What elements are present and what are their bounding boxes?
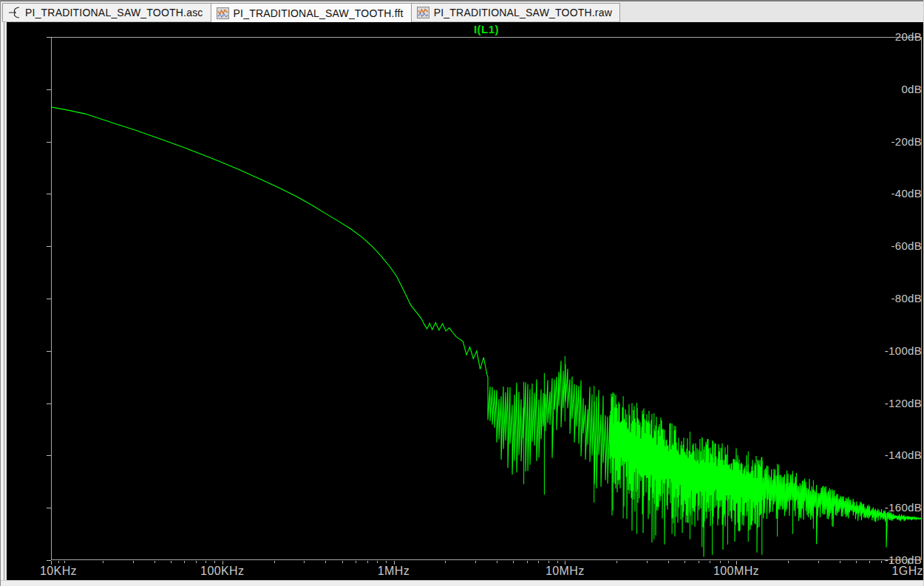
y-axis-tick-label: -40dB [880, 187, 922, 200]
y-axis-tick-label: -140dB [880, 449, 922, 461]
x-axis-minor-tick [856, 561, 857, 563]
tab-label: PI_TRADITIONAL_SAW_TOOTH.fft [234, 7, 404, 19]
x-axis-minor-tick [304, 561, 305, 563]
y-axis-tick-mark [47, 455, 51, 456]
x-axis-tick-label: 100MHz [713, 565, 759, 578]
x-axis-minor-tick [616, 561, 617, 563]
x-axis-minor-tick [647, 561, 648, 563]
trace-name-label[interactable]: I(L1) [474, 23, 499, 35]
x-axis-minor-tick [475, 561, 476, 563]
window-left-border [1, 22, 7, 586]
x-axis-minor-tick [900, 561, 900, 563]
x-axis-minor-tick [538, 561, 539, 563]
x-axis-minor-tick [356, 561, 356, 563]
x-axis-minor-tick [728, 561, 729, 563]
x-axis-minor-tick [840, 561, 840, 563]
x-axis-tick-label: 1GHz [892, 565, 924, 578]
y-axis-tick-mark [47, 351, 51, 352]
waveform-icon [217, 7, 229, 19]
tab-schematic-asc[interactable]: PI_TRADITIONAL_SAW_TOOTH.asc [2, 3, 211, 22]
x-axis-minor-tick [367, 561, 368, 563]
y-axis-tick-label: -100dB [880, 344, 922, 357]
y-axis-tick-mark [47, 299, 51, 299]
x-axis-minor-tick [58, 561, 59, 563]
x-axis-tick-label: 100KHz [200, 565, 244, 578]
y-axis-tick-mark [47, 194, 51, 194]
x-axis-minor-tick [720, 561, 721, 563]
x-axis-minor-tick [445, 561, 446, 563]
x-axis-minor-tick [133, 561, 134, 563]
trace-line-IL1 [51, 107, 922, 557]
ltspice-window: PI_TRADITIONAL_SAW_TOOTH.asc PI_TRADITIO… [0, 0, 924, 586]
x-axis-minor-tick [788, 561, 789, 563]
x-axis-minor-tick [154, 561, 155, 563]
tab-fft-plot[interactable]: PI_TRADITIONAL_SAW_TOOTH.fft [211, 3, 412, 24]
y-axis-tick-label: -20dB [880, 135, 922, 148]
x-axis-minor-tick [869, 561, 870, 563]
window-bottom-border [1, 580, 923, 586]
y-axis-tick-label: 20dB [880, 30, 922, 43]
x-axis-minor-tick [205, 561, 206, 563]
x-axis-minor-tick [548, 561, 549, 563]
waveform-plot-pane[interactable]: I(L1) 20dB0dB-20dB-40dB-60dB-80dB-100dB-… [7, 22, 924, 580]
x-axis-minor-tick [710, 561, 710, 563]
tab-raw-data[interactable]: PI_TRADITIONAL_SAW_TOOTH.raw [412, 3, 620, 22]
x-axis-minor-tick [699, 561, 699, 563]
fft-trace-plot[interactable] [51, 37, 922, 560]
y-axis-tick-label: -160dB [880, 501, 922, 514]
y-axis-tick-mark [47, 37, 51, 38]
y-axis-tick-mark [47, 508, 51, 508]
x-axis-tick-label: 10MHz [546, 565, 585, 578]
y-axis-tick-label: -120dB [880, 397, 922, 409]
x-axis-minor-tick [497, 561, 497, 563]
y-axis-tick-mark [47, 142, 51, 143]
x-axis-minor-tick [386, 561, 387, 563]
x-axis-minor-tick [325, 561, 326, 563]
x-axis-tick-label: 1MHz [378, 565, 410, 578]
x-axis-minor-tick [214, 561, 215, 563]
y-axis-tick-mark [47, 89, 51, 90]
schematic-icon [8, 7, 21, 18]
x-axis-tick-label: 10KHz [40, 565, 77, 578]
x-axis-minor-tick [668, 561, 669, 563]
x-axis-minor-tick [342, 561, 343, 563]
x-axis-minor-tick [684, 561, 685, 563]
y-axis-tick-mark [47, 246, 51, 247]
x-axis-minor-tick [891, 561, 891, 563]
x-axis-minor-tick [196, 561, 197, 563]
y-axis-tick-label: 0dB [880, 83, 922, 95]
x-axis-minor-tick [377, 561, 378, 563]
x-axis-minor-tick [527, 561, 528, 563]
x-axis-minor-tick [513, 561, 514, 563]
x-axis-minor-tick [171, 561, 171, 563]
x-axis-minor-tick [557, 561, 558, 563]
y-axis-tick-label: -80dB [880, 292, 922, 304]
tab-label: PI_TRADITIONAL_SAW_TOOTH.asc [25, 7, 203, 18]
waveform-icon [417, 7, 429, 18]
x-axis-minor-tick [103, 561, 103, 563]
x-axis-minor-tick [184, 561, 185, 563]
x-axis-minor-tick [64, 561, 65, 563]
tab-label: PI_TRADITIONAL_SAW_TOOTH.raw [434, 7, 612, 18]
y-axis-tick-label: -60dB [880, 239, 922, 252]
x-axis-minor-tick [881, 561, 882, 563]
y-axis-tick-mark [47, 403, 51, 404]
x-axis-minor-tick [818, 561, 819, 563]
x-axis-minor-tick [274, 561, 275, 563]
document-tab-bar: PI_TRADITIONAL_SAW_TOOTH.asc PI_TRADITIO… [1, 0, 923, 22]
